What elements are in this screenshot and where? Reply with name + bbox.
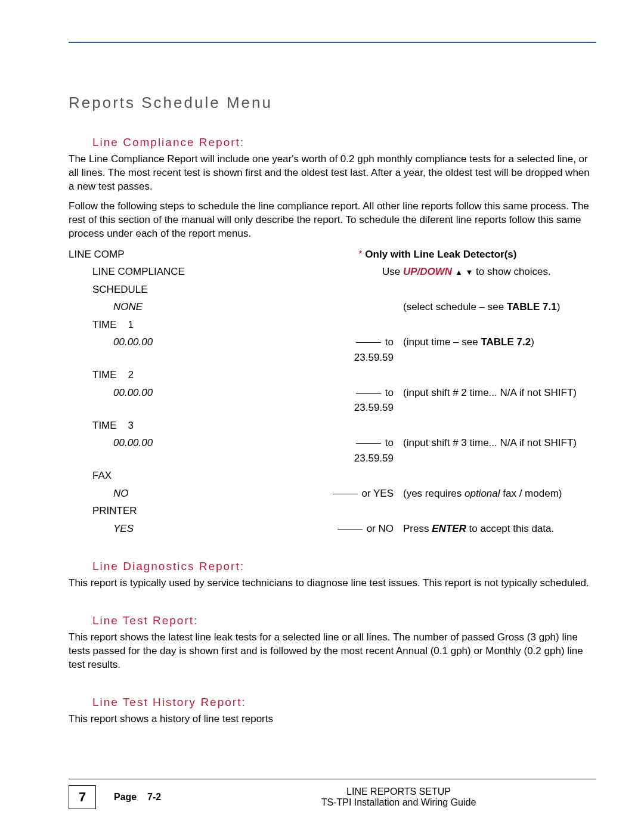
hint-bold: ENTER	[432, 523, 466, 534]
down-arrow-icon: ▼	[465, 268, 473, 276]
menu-row-time3: TIME 3	[69, 418, 596, 433]
menu-row-root: LINE COMP * Only with Line Leak Detector…	[69, 247, 596, 262]
menu-alt: to 23.59.59	[322, 435, 398, 466]
hint-text: (yes requires	[403, 488, 465, 499]
hint-text: (select schedule – see	[403, 301, 507, 312]
menu-row-lvl1: LINE COMPLIANCE Use UP/DOWN ▲ ▼ to show …	[69, 264, 596, 280]
menu-row-printer: PRINTER	[69, 503, 596, 519]
heading-line-test-history: Line Test History Report:	[92, 696, 596, 709]
menu-label: SCHEDULE	[69, 282, 301, 298]
menu-alt: or NO	[322, 521, 398, 537]
menu-row-printer-val: YES or NO Press ENTER to accept this dat…	[69, 521, 596, 537]
menu-row-fax-val: NO or YES (yes requires optional fax / m…	[69, 486, 596, 501]
hint-text: fax / modem)	[500, 488, 562, 499]
menu-label: LINE COMP	[69, 247, 277, 262]
paragraph-compliance-1: The Line Compliance Report will include …	[69, 153, 596, 194]
menu-row-time1-val: 00.00.00 to 23.59.59 (input time – see T…	[69, 335, 596, 365]
menu-label: TIME 1	[69, 317, 301, 333]
hint-text: to accept this data.	[466, 523, 554, 534]
alt-text: or NO	[364, 523, 394, 534]
root-note-text: Only with Line Leak Detector(s)	[363, 249, 517, 260]
menu-hint: (input shift # 3 time... N/A if not SHIF…	[398, 435, 596, 451]
menu-value: NO	[69, 486, 322, 501]
alt-text: to 23.59.59	[354, 437, 394, 464]
menu-alt: or YES	[322, 486, 398, 501]
menu-value: 00.00.00	[69, 335, 322, 350]
menu-row-time2-val: 00.00.00 to 23.59.59 (input shift # 2 ti…	[69, 385, 596, 416]
hint-bold: TABLE 7.2	[481, 336, 531, 348]
menu-label: PRINTER	[69, 503, 301, 519]
hint-text: Press	[403, 523, 432, 534]
menu-hint: Press ENTER to accept this data.	[398, 521, 596, 537]
footer-rule	[69, 779, 596, 779]
menu-note: * Only with Line Leak Detector(s)	[354, 247, 596, 262]
updown-label: UP/DOWN	[403, 266, 452, 277]
alt-text: to 23.59.59	[354, 387, 394, 414]
menu-row-schedule: SCHEDULE	[69, 282, 596, 298]
menu-hint: (input time – see TABLE 7.2)	[398, 335, 596, 350]
footer-line2: TS-TPI Installation and Wiring Guide	[227, 797, 570, 808]
menu-label: TIME 3	[69, 418, 301, 433]
menu-row-fax: FAX	[69, 468, 596, 484]
menu-label: LINE COMPLIANCE	[69, 264, 301, 280]
menu-row-time1: TIME 1	[69, 317, 596, 333]
page-footer: 7 Page 7-2 LINE REPORTS SETUP TS-TPI Ins…	[69, 779, 596, 809]
fill-line-icon	[356, 342, 381, 343]
menu-value: YES	[69, 521, 322, 537]
menu-row-time2: TIME 2	[69, 367, 596, 383]
fill-line-icon	[338, 529, 363, 529]
red-star: *	[358, 249, 363, 260]
paragraph-compliance-2: Follow the following steps to schedule t…	[69, 200, 596, 241]
hint-italic: optional	[465, 488, 500, 499]
menu-hint: (yes requires optional fax / modem)	[398, 486, 596, 501]
fill-line-icon	[356, 393, 381, 394]
menu-hint: (input shift # 2 time... N/A if not SHIF…	[398, 385, 596, 401]
header-rule	[69, 42, 596, 43]
menu-note: Use UP/DOWN ▲ ▼ to show choices.	[377, 264, 596, 280]
menu-value: 00.00.00	[69, 385, 322, 401]
menu-alt: to 23.59.59	[322, 335, 398, 365]
menu-value: NONE	[69, 299, 322, 315]
up-arrow-icon: ▲	[455, 268, 463, 276]
menu-row-time3-val: 00.00.00 to 23.59.59 (input shift # 3 ti…	[69, 435, 596, 466]
hint-text: )	[531, 336, 534, 348]
menu-alt: to 23.59.59	[322, 385, 398, 416]
menu-row-schedule-val: NONE (select schedule – see TABLE 7.1)	[69, 299, 596, 315]
footer-center-text: LINE REPORTS SETUP TS-TPI Installation a…	[227, 786, 570, 808]
page-number-label: Page 7-2	[114, 792, 227, 803]
paragraph-test: This report shows the latest line leak t…	[69, 631, 596, 672]
menu-label: FAX	[69, 468, 301, 484]
footer-line1: LINE REPORTS SETUP	[227, 786, 570, 797]
menu-label: TIME 2	[69, 367, 301, 383]
heading-line-compliance: Line Compliance Report:	[92, 136, 596, 149]
note-text: Use	[382, 266, 403, 277]
paragraph-diagnostics: This report is typically used by service…	[69, 577, 596, 590]
document-page: Reports Schedule Menu Line Compliance Re…	[0, 0, 644, 833]
fill-line-icon	[333, 494, 358, 494]
menu-value: 00.00.00	[69, 435, 322, 451]
hint-text: )	[557, 301, 561, 312]
section-title: Reports Schedule Menu	[69, 94, 596, 112]
alt-text: or YES	[359, 488, 394, 499]
note-text: to show choices.	[473, 266, 550, 277]
fill-line-icon	[356, 443, 381, 444]
alt-text: to 23.59.59	[354, 336, 394, 363]
chapter-number-box: 7	[69, 785, 96, 809]
heading-line-test: Line Test Report:	[92, 614, 596, 627]
hint-bold: TABLE 7.1	[507, 301, 557, 312]
heading-line-diagnostics: Line Diagnostics Report:	[92, 560, 596, 573]
menu-tree: LINE COMP * Only with Line Leak Detector…	[69, 247, 596, 537]
paragraph-history: This report shows a history of line test…	[69, 713, 596, 726]
hint-text: (input time – see	[403, 336, 481, 348]
menu-hint: (select schedule – see TABLE 7.1)	[398, 299, 596, 315]
